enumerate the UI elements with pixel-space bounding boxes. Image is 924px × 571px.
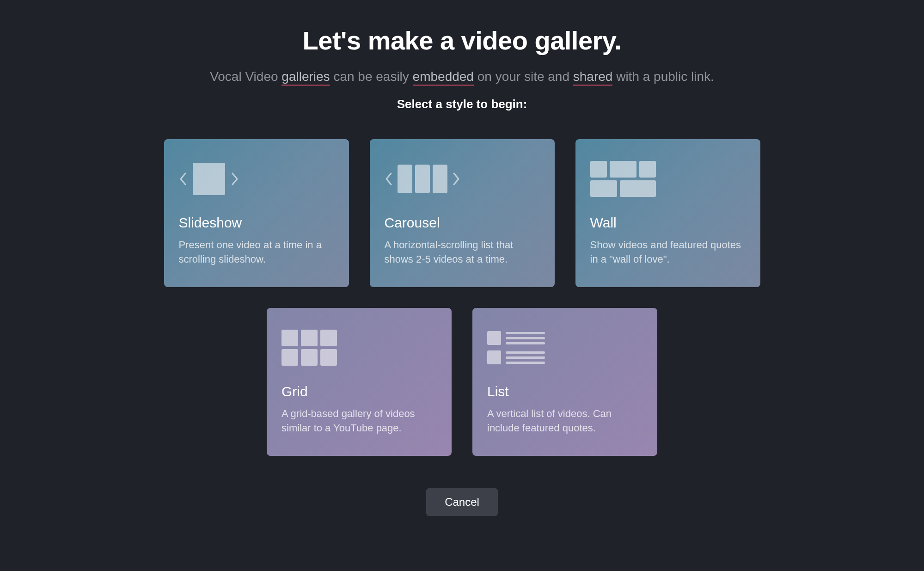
select-style-prompt: Select a style to begin: (397, 97, 527, 111)
subtitle-text: on your site and (474, 69, 573, 84)
carousel-description: A horizontal-scrolling list that shows 2… (385, 238, 540, 267)
wall-icon (590, 156, 746, 202)
grid-title: Grid (281, 384, 437, 399)
chevron-left-icon (385, 172, 393, 186)
wall-description: Show videos and featured quotes in a "wa… (590, 238, 746, 267)
subtitle-text: Vocal Video (210, 69, 281, 84)
chevron-left-icon (179, 172, 187, 186)
subtitle: Vocal Video galleries can be easily embe… (210, 69, 714, 84)
list-title: List (487, 384, 643, 399)
grid-card[interactable]: Grid A grid-based gallery of videos simi… (267, 308, 452, 456)
cards-container: Slideshow Present one video at a time in… (164, 139, 760, 456)
wall-card[interactable]: Wall Show videos and featured quotes in … (575, 139, 760, 287)
wall-title: Wall (590, 215, 746, 231)
slideshow-description: Present one video at a time in a scrolli… (179, 238, 334, 267)
list-card[interactable]: List A vertical list of videos. Can incl… (472, 308, 657, 456)
list-icon (487, 325, 643, 371)
shared-link[interactable]: shared (573, 69, 613, 86)
embedded-link[interactable]: embedded (413, 69, 474, 86)
subtitle-text: with a public link. (612, 69, 714, 84)
grid-icon (281, 325, 437, 371)
carousel-icon (385, 156, 540, 202)
slideshow-title: Slideshow (179, 215, 334, 231)
galleries-link[interactable]: galleries (281, 69, 330, 86)
list-description: A vertical list of videos. Can include f… (487, 407, 643, 436)
grid-description: A grid-based gallery of videos similar t… (281, 407, 437, 436)
chevron-right-icon (231, 172, 239, 186)
subtitle-text: can be easily (330, 69, 413, 84)
carousel-title: Carousel (385, 215, 540, 231)
cancel-button[interactable]: Cancel (426, 488, 498, 516)
carousel-card[interactable]: Carousel A horizontal-scrolling list tha… (370, 139, 555, 287)
slideshow-card[interactable]: Slideshow Present one video at a time in… (164, 139, 349, 287)
chevron-right-icon (452, 172, 460, 186)
page-title: Let's make a video gallery. (303, 25, 622, 55)
cards-row-2: Grid A grid-based gallery of videos simi… (267, 308, 657, 456)
slideshow-icon (179, 156, 334, 202)
cards-row-1: Slideshow Present one video at a time in… (164, 139, 760, 287)
